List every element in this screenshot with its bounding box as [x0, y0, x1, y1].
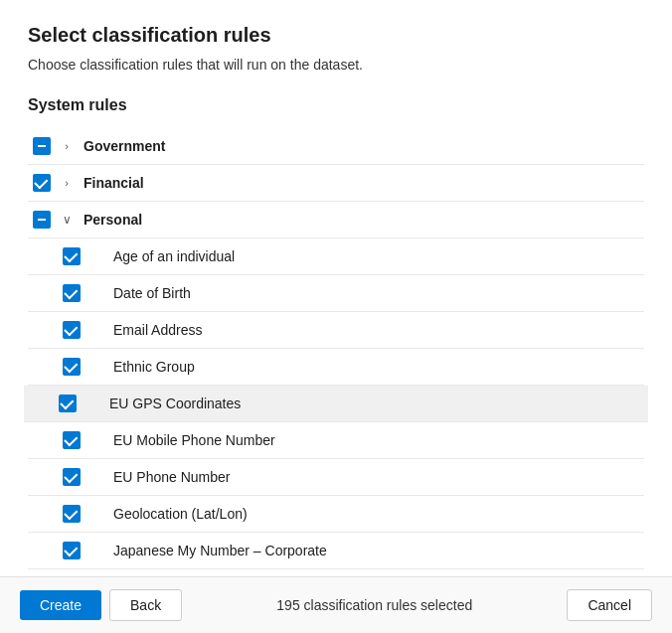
- rule-label-age: Age of an individual: [107, 248, 644, 264]
- section-title: System rules: [28, 96, 644, 114]
- rule-label-eu-mobile: EU Mobile Phone Number: [107, 432, 644, 448]
- checkbox-email[interactable]: [58, 321, 85, 339]
- checkbox-eu-gps[interactable]: [54, 395, 82, 412]
- back-button[interactable]: Back: [109, 589, 182, 621]
- rule-row-eu-mobile[interactable]: EU Mobile Phone Number: [28, 422, 644, 459]
- rule-label-geolocation: Geolocation (Lat/Lon): [107, 506, 644, 522]
- checkbox-personal[interactable]: [28, 211, 56, 229]
- page-description: Choose classification rules that will ru…: [28, 57, 644, 73]
- page-title: Select classification rules: [28, 24, 644, 47]
- rule-row-jmn-corporate[interactable]: Japanese My Number – Corporate: [28, 533, 644, 569]
- checkbox-eu-phone[interactable]: [58, 468, 85, 486]
- rules-list: ›Government›Financial∨PersonalAge of an …: [28, 128, 644, 576]
- rule-label-eu-phone: EU Phone Number: [107, 469, 644, 485]
- main-content: Select classification rules Choose class…: [0, 0, 672, 576]
- rule-row-government[interactable]: ›Government: [28, 128, 644, 165]
- rule-row-age[interactable]: Age of an individual: [28, 238, 644, 275]
- status-text: 195 classification rules selected: [190, 597, 559, 613]
- rule-row-eu-gps[interactable]: EU GPS Coordinates: [24, 386, 648, 422]
- rule-row-email[interactable]: Email Address: [28, 312, 644, 349]
- rule-label-personal: Personal: [78, 212, 644, 228]
- checkbox-jmn-corporate[interactable]: [58, 542, 85, 559]
- rule-label-ethnic: Ethnic Group: [107, 359, 644, 375]
- rule-label-email: Email Address: [107, 322, 644, 338]
- rule-row-ethnic[interactable]: Ethnic Group: [28, 349, 644, 386]
- checkbox-financial[interactable]: [28, 174, 56, 192]
- rule-row-dob[interactable]: Date of Birth: [28, 275, 644, 312]
- rule-row-financial[interactable]: ›Financial: [28, 165, 644, 202]
- rule-label-jmn-corporate: Japanese My Number – Corporate: [107, 543, 644, 558]
- rule-label-government: Government: [78, 138, 644, 154]
- checkbox-eu-mobile[interactable]: [58, 431, 85, 449]
- checkbox-age[interactable]: [58, 247, 85, 265]
- expand-icon-financial[interactable]: ›: [56, 177, 78, 189]
- expand-icon-government[interactable]: ›: [56, 140, 78, 152]
- rule-row-jmn-personal[interactable]: Japanese My Number – Personal: [28, 569, 644, 576]
- rule-label-dob: Date of Birth: [107, 285, 644, 301]
- footer: Create Back 195 classification rules sel…: [0, 576, 672, 633]
- collapse-icon-personal[interactable]: ∨: [56, 213, 78, 227]
- rule-row-geolocation[interactable]: Geolocation (Lat/Lon): [28, 496, 644, 533]
- rule-row-personal[interactable]: ∨Personal: [28, 202, 644, 238]
- create-button[interactable]: Create: [20, 590, 101, 620]
- rule-label-financial: Financial: [78, 175, 644, 191]
- checkbox-government[interactable]: [28, 137, 56, 155]
- rule-row-eu-phone[interactable]: EU Phone Number: [28, 459, 644, 496]
- checkbox-geolocation[interactable]: [58, 505, 85, 523]
- cancel-button[interactable]: Cancel: [567, 589, 652, 621]
- checkbox-dob[interactable]: [58, 284, 85, 302]
- rule-label-eu-gps: EU GPS Coordinates: [103, 396, 648, 411]
- checkbox-ethnic[interactable]: [58, 358, 85, 376]
